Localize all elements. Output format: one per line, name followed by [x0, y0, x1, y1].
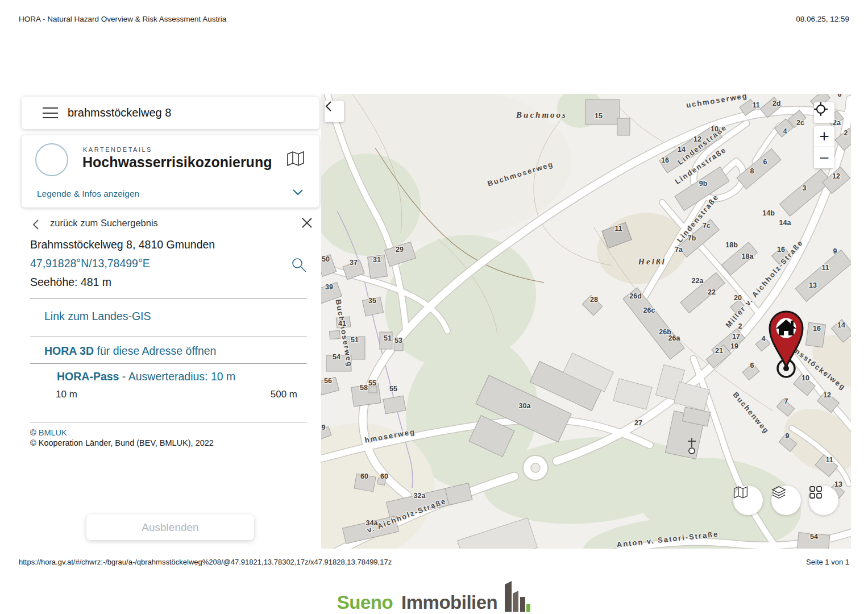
map-house-number: 2 [738, 322, 742, 330]
print-datetime: 08.06.25, 12:59 [796, 15, 849, 23]
back-to-results-link[interactable]: zurück zum Suchergebnis [50, 218, 158, 229]
map-house-number: 9 [786, 432, 790, 440]
map-house-number: 14a [779, 219, 792, 227]
basemap-button[interactable] [733, 486, 763, 515]
map-house-number: 31 [373, 256, 381, 264]
footer-url: https://hora.gv.at/#/chwrz:-/bgrau/a-/qb… [19, 558, 392, 566]
map-house-number: 53 [394, 337, 402, 345]
map-house-number: 7 [784, 397, 788, 405]
copyright-symbol: © [30, 428, 39, 437]
map-house-number: 9 [322, 424, 326, 432]
map-house-number: 51 [384, 334, 392, 342]
map-house-number: 10 [801, 374, 809, 382]
result-address: Brahmsstöckelweg 8, 4810 Gmunden [30, 238, 215, 251]
map-place-label: Heißl [637, 257, 666, 266]
hora-3d-link[interactable]: HORA 3D für diese Adresse öffnen [44, 345, 216, 358]
map-house-number: 13 [834, 480, 842, 488]
folded-map-icon [733, 486, 748, 499]
map-house-number: 12 [693, 135, 701, 143]
search-icon[interactable] [291, 257, 307, 275]
map-house-number: 22a [692, 277, 704, 285]
page-title: HORA - Natural Hazard Overview & Risk As… [19, 15, 226, 23]
hide-panel-button[interactable]: Ausblenden [86, 515, 254, 540]
search-bar[interactable]: brahmsstöckelweg 8 [22, 97, 319, 129]
sidebar-panel: brahmsstöckelweg 8 KARTENDETAILS Hochwas… [20, 94, 321, 549]
menu-icon[interactable] [43, 107, 58, 118]
map-house-number: 56 [324, 377, 332, 385]
map-house-number: 28 [590, 296, 598, 304]
logo-text-sueno: Sueno [337, 593, 393, 612]
map-graphic: BuchmoserweguchmoserwegBuchmoserweghmose… [321, 94, 851, 549]
copyright-bmluk: © BMLUK [30, 428, 67, 437]
bmluk-link[interactable]: BMLUK [39, 428, 67, 437]
map-house-number: 26c [643, 306, 655, 314]
map-building [329, 330, 340, 339]
chevron-down-icon[interactable] [292, 188, 304, 198]
map-house-number: 15 [595, 112, 603, 120]
collapse-panel-button[interactable] [325, 101, 344, 122]
map-house-number: 55 [368, 379, 376, 387]
apps-grid-button[interactable] [809, 486, 838, 515]
map-house-number: 37 [350, 259, 358, 267]
hora-pass-link[interactable]: HORA-Pass - Auswerteradius: 10 m [57, 370, 235, 383]
map-house-number: 21 [715, 347, 723, 355]
legend-toggle[interactable]: Legende & Infos anzeigen [37, 189, 139, 199]
map-building [383, 396, 406, 414]
map-house-number: 58 [360, 384, 368, 392]
map-house-number: 11 [821, 264, 829, 272]
map-house-number: 29 [396, 246, 404, 254]
print-header: HORA - Natural Hazard Overview & Risk As… [19, 15, 849, 23]
map-house-number: 4 [762, 335, 766, 343]
result-coordinates-link[interactable]: 47,91828°N/13,78499°E [30, 257, 150, 270]
map-house-number: 2 [844, 129, 848, 137]
close-icon[interactable] [301, 217, 313, 231]
map-house-number: 30a [519, 402, 531, 410]
map-house-number: 18a [742, 252, 754, 260]
layers-icon [771, 486, 786, 500]
map-house-number: 10 [711, 125, 719, 133]
grid-icon [809, 486, 823, 499]
divider [30, 298, 307, 299]
map-house-number: 14 [837, 321, 845, 329]
search-input[interactable]: brahmsstöckelweg 8 [68, 106, 171, 119]
zoom-in-button[interactable]: + [814, 126, 834, 147]
landes-gis-link[interactable]: Link zum Landes-GIS [44, 310, 151, 323]
layers-button[interactable] [771, 486, 801, 515]
hora-pass-rest: - Auswerteradius: 10 m [119, 370, 235, 383]
folded-map-icon[interactable] [286, 151, 305, 169]
divider [30, 422, 307, 422]
map-house-number: 13 [809, 281, 817, 289]
map-house-number: 14 [678, 146, 686, 154]
map-house-number: 27 [634, 419, 642, 427]
footer-page: Seite 1 von 1 [806, 558, 849, 566]
map-house-number: 6 [763, 158, 767, 166]
map-house-number: 3 [803, 184, 807, 192]
company-logo: Sueno Immobilien [0, 581, 868, 612]
map-canvas[interactable]: BuchmoserweguchmoserwegBuchmoserweghmose… [321, 94, 851, 549]
map-house-number: 34a [366, 519, 379, 527]
map-house-number: 7c [703, 222, 711, 230]
roundabout [523, 455, 548, 480]
map-house-number: 7a [675, 246, 683, 254]
map-house-number: 2c [796, 119, 804, 127]
map-house-number: 22 [708, 288, 716, 296]
map-place-label: Buchmoos [516, 110, 567, 119]
map-house-number: 35 [368, 297, 376, 305]
map-house-number: 7b [688, 234, 696, 242]
map-house-number: 50 [322, 255, 330, 263]
locate-button[interactable] [814, 102, 834, 123]
map-house-number: 11 [614, 225, 622, 233]
map-house-number: 9b [699, 180, 708, 188]
map-house-number: 2d [773, 99, 781, 107]
map-house-number: 4 [783, 127, 787, 135]
back-chevron-icon[interactable] [32, 219, 40, 233]
map-theme-circle-icon [35, 143, 68, 176]
map-house-number: 16 [661, 156, 669, 164]
map-house-number: 6 [838, 94, 842, 98]
zoom-out-button[interactable]: − [814, 147, 834, 168]
map-house-number: 32a [414, 492, 426, 500]
radius-max-label: 500 m [271, 389, 297, 400]
map-house-number: 17 [732, 333, 740, 341]
map-house-number: 20 [734, 294, 742, 302]
hora-3d-rest: für diese Adresse öffnen [94, 345, 216, 357]
